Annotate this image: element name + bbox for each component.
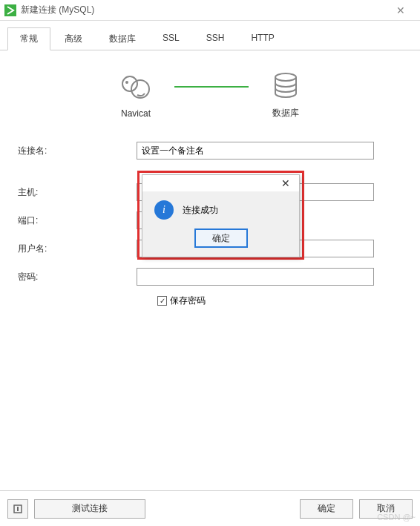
footer-bar: 测试连接 确定 取消 [0,490,420,526]
connection-line [174,86,249,88]
tab-ssl[interactable]: SSL [150,27,192,50]
tab-advanced[interactable]: 高级 [52,27,95,50]
save-password-label: 保存密码 [170,295,206,307]
tab-database[interactable]: 数据库 [96,27,148,50]
navicat-icon [119,73,152,102]
navicat-node: Navicat [119,73,152,119]
connection-name-input[interactable] [137,142,374,160]
svg-point-2 [125,81,128,84]
message-dialog: ✕ i 连接成功 确定 [142,174,300,257]
window-close-button[interactable]: ✕ [386,4,416,16]
tab-http[interactable]: HTTP [238,27,286,50]
tab-ssh[interactable]: SSH [194,27,237,50]
app-icon [4,4,16,16]
ok-button[interactable]: 确定 [300,499,353,519]
info-button[interactable] [7,499,28,519]
database-node: 数据库 [271,71,301,119]
connection-name-label: 连接名: [18,145,137,157]
save-password-checkbox[interactable]: ✓ [157,296,167,306]
database-icon [271,71,301,101]
password-input[interactable] [137,268,374,286]
connection-diagram: Navicat 数据库 [18,71,402,119]
info-icon: i [154,200,174,220]
password-label: 密码: [18,271,137,283]
database-label: 数据库 [271,107,301,119]
tabs-bar: 常规 高级 数据库 SSL SSH HTTP [0,21,420,50]
host-label: 主机: [18,186,137,199]
dialog-titlebar: ✕ [142,175,299,191]
username-label: 用户名: [18,243,137,255]
window-title: 新建连接 (MySQL) [21,4,386,16]
dialog-ok-button[interactable]: 确定 [194,229,248,248]
svg-point-3 [275,73,296,81]
svg-rect-5 [17,507,19,511]
navicat-label: Navicat [119,108,152,119]
dialog-close-button[interactable]: ✕ [277,177,295,189]
tab-general[interactable]: 常规 [7,27,50,50]
test-connection-button[interactable]: 测试连接 [34,499,145,519]
svg-point-0 [122,76,137,91]
watermark: CSDN @~ [377,513,416,522]
titlebar: 新建连接 (MySQL) ✕ [0,0,420,21]
port-label: 端口: [18,214,137,227]
dialog-message: 连接成功 [183,204,218,217]
